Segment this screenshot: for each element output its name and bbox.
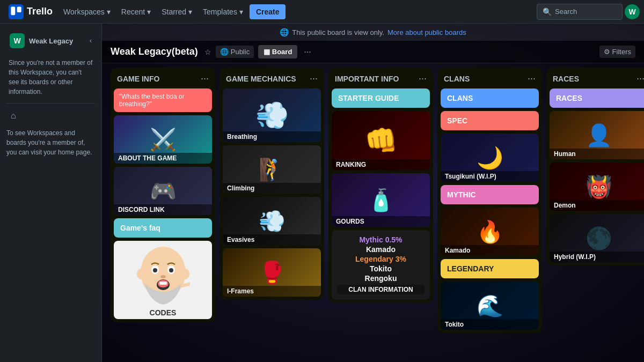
svg-rect-2: [17, 6, 21, 12]
board-visibility-button[interactable]: 🌐 Public: [216, 46, 254, 58]
list-cards-clans: CLANS SPEC 🌙 Tsugikuni (W.I.P) MYTHIC 🔥 …: [437, 88, 542, 333]
board-star-button[interactable]: ☆: [204, 48, 211, 56]
card-kamado[interactable]: 🔥 Kamado: [441, 208, 539, 256]
card-climbing[interactable]: 🧗 Climbing: [223, 145, 321, 194]
list-menu-mechanics[interactable]: ···: [310, 73, 318, 84]
trello-logo-icon: [9, 4, 24, 19]
list-header-important: IMPORTANT INFO ···: [328, 68, 433, 88]
svg-rect-13: [159, 282, 167, 285]
list-header-clans: CLANS ···: [437, 68, 542, 88]
card-discord[interactable]: 🎮 DISCORD LINK: [114, 167, 212, 215]
list-title-mechanics: GAME MECHANICS: [226, 75, 296, 83]
card-tsugikuni-image: 🌙 Tsugikuni (W.I.P): [441, 134, 539, 182]
create-button[interactable]: Create: [250, 4, 286, 19]
card-discord-label: DISCORD LINK: [114, 204, 212, 215]
card-ranking[interactable]: 👊 RANKING: [332, 111, 430, 170]
filters-button[interactable]: ⚙ Filters: [599, 46, 635, 58]
workspace-name: Weak Legacy: [29, 37, 73, 45]
card-ranking-label: RANKING: [332, 159, 430, 170]
card-about-game-image: ⚔️ ABOUT THE GAME: [114, 115, 212, 164]
card-evasives-label: Evasives: [223, 234, 321, 245]
card-demon[interactable]: 👹 Demon: [550, 162, 644, 211]
card-demon-label: Demon: [550, 200, 644, 211]
clan-info-label: CLAN INFORMATION: [337, 285, 425, 294]
board-more-button[interactable]: ···: [304, 47, 311, 57]
trello-logo[interactable]: Trello: [4, 2, 57, 21]
card-iframes-label: I-Frames: [223, 286, 321, 297]
svg-point-10: [160, 275, 166, 278]
card-tokito-image: 🌊 Tokito: [441, 282, 539, 330]
card-spec[interactable]: SPEC: [441, 111, 539, 130]
card-gourds-label: GOURDS: [332, 216, 430, 227]
public-banner-text: This public board is view only.: [292, 28, 384, 36]
public-boards-link[interactable]: More about public boards: [387, 28, 466, 36]
board-icon: ▦: [264, 48, 270, 56]
workspace-item[interactable]: W Weak Legacy ‹: [6, 30, 95, 51]
svg-rect-1: [11, 6, 15, 15]
user-avatar[interactable]: W: [625, 4, 640, 19]
card-mythic[interactable]: MYTHIC: [441, 185, 539, 204]
card-about-game-label: ABOUT THE GAME: [114, 153, 212, 164]
starred-menu[interactable]: Starred ▾: [157, 4, 196, 19]
board-header: Weak Legacy(beta) ☆ 🌐 Public ▦ Board ···…: [102, 41, 644, 63]
list-title-clans: CLANS: [444, 75, 470, 83]
card-hybrid[interactable]: 🌑 Hybrid (W.I.P): [550, 214, 644, 262]
list-cards-game-info: "Whats the best bda or breathing?" ⚔️ AB…: [111, 88, 215, 322]
card-human-image: 👤 Human: [550, 111, 644, 159]
trello-wordmark: Trello: [27, 6, 53, 17]
mythic-rate: Mythic 0.5%: [337, 235, 425, 244]
search-bar[interactable]: 🔍 Search: [537, 4, 623, 20]
templates-menu[interactable]: Templates ▾: [199, 4, 247, 19]
svg-point-5: [181, 269, 189, 279]
card-evasives[interactable]: 💨 Evasives: [223, 197, 321, 245]
list-menu-clans[interactable]: ···: [528, 73, 536, 84]
list-cards-important: STARTER GUIDE 👊 RANKING 🧴 GOURDS: [328, 88, 433, 303]
card-breathing[interactable]: 💨 Breathing: [223, 88, 321, 142]
card-discord-image: 🎮 DISCORD LINK: [114, 167, 212, 215]
clan-rates: Mythic 0.5% Kamado Legendary 3% Tokito R…: [337, 235, 425, 283]
card-about-game[interactable]: ⚔️ ABOUT THE GAME: [114, 115, 212, 164]
codes-meme-face: [136, 243, 190, 307]
card-tokito-label: Tokito: [441, 319, 539, 330]
globe-icon: 🌐: [280, 28, 289, 36]
list-important-info: IMPORTANT INFO ··· STARTER GUIDE 👊 RANKI…: [328, 68, 433, 303]
board-view-button[interactable]: ▦ Board: [258, 45, 297, 58]
sidebar-home-link[interactable]: ⌂: [6, 108, 95, 124]
card-human[interactable]: 👤 Human: [550, 111, 644, 159]
list-game-info: GAME INFO ··· "Whats the best bda or bre…: [111, 68, 215, 322]
card-breathing-label: Breathing: [223, 131, 321, 142]
list-cards-mechanics: 💨 Breathing 🧗 Climbing 💨 Evasiv: [219, 88, 324, 300]
tokito-name: Tokito: [337, 264, 425, 273]
card-question[interactable]: "Whats the best bda or breathing?": [114, 88, 212, 112]
card-kamado-label: Kamado: [441, 245, 539, 256]
list-menu-races[interactable]: ···: [636, 73, 644, 84]
list-title-game-info: GAME INFO: [117, 75, 159, 83]
card-clans[interactable]: CLANS: [441, 88, 539, 108]
svg-point-4: [137, 269, 145, 279]
svg-point-8: [153, 268, 157, 272]
card-clan-info[interactable]: Mythic 0.5% Kamado Legendary 3% Tokito R…: [332, 230, 430, 300]
card-starter-guide[interactable]: STARTER GUIDE: [332, 88, 430, 108]
card-ranking-image: 👊 RANKING: [332, 111, 430, 170]
card-races[interactable]: RACES: [550, 88, 644, 108]
search-icon: 🔍: [543, 8, 552, 16]
card-faq[interactable]: Game's faq: [114, 218, 212, 238]
recent-menu[interactable]: Recent ▾: [117, 4, 155, 19]
board-area: 🌐 This public board is view only. More a…: [102, 24, 644, 362]
workspaces-menu[interactable]: Workspaces ▾: [59, 4, 115, 19]
sidebar-info-text2: To see Workspaces and boards you're a me…: [6, 128, 95, 157]
card-tsugikuni-label: Tsugikuni (W.I.P): [441, 171, 539, 182]
card-legendary[interactable]: LEGENDARY: [441, 259, 539, 278]
lock-icon: 🌐: [220, 48, 229, 56]
list-menu-important[interactable]: ···: [419, 73, 427, 84]
list-header-mechanics: GAME MECHANICS ···: [219, 68, 324, 88]
card-codes[interactable]: CODES: [114, 241, 212, 319]
card-tokito[interactable]: 🌊 Tokito: [441, 282, 539, 330]
sidebar-collapse-icon[interactable]: ‹: [90, 37, 92, 45]
card-gourds[interactable]: 🧴 GOURDS: [332, 173, 430, 227]
list-menu-game-info[interactable]: ···: [201, 73, 209, 84]
top-nav: Trello Workspaces ▾ Recent ▾ Starred ▾ T…: [0, 0, 644, 24]
card-breathing-image: 💨 Breathing: [223, 88, 321, 142]
card-iframes[interactable]: 🥊 I-Frames: [223, 248, 321, 297]
card-tsugikuni[interactable]: 🌙 Tsugikuni (W.I.P): [441, 134, 539, 182]
